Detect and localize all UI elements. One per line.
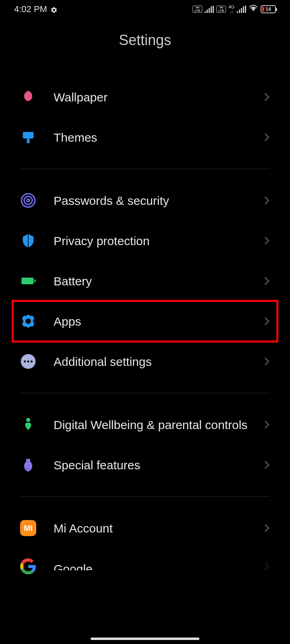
setting-item-security[interactable]: Passwords & security <box>20 180 270 221</box>
svg-point-14 <box>29 469 30 470</box>
more-dots-icon <box>20 353 36 369</box>
svg-rect-5 <box>21 278 33 285</box>
svg-rect-1 <box>27 138 30 143</box>
setting-label: Digital Wellbeing & parental controls <box>54 417 263 433</box>
divider <box>20 169 270 169</box>
svg-point-11 <box>31 361 33 363</box>
status-right: VoLTE VoLTE 4G ↓↑ 14 <box>193 4 276 14</box>
fingerprint-icon <box>20 192 36 208</box>
svg-rect-6 <box>34 280 35 283</box>
shield-icon <box>20 233 36 249</box>
chevron-right-icon <box>261 277 269 285</box>
chevron-right-icon <box>261 421 269 429</box>
home-indicator[interactable] <box>91 638 199 640</box>
svg-point-10 <box>27 361 29 363</box>
battery-icon: 14 <box>261 5 276 13</box>
setting-item-additional[interactable]: Additional settings <box>20 341 270 382</box>
chevron-right-icon <box>261 317 269 325</box>
setting-label: Google <box>54 562 263 570</box>
chevron-right-icon <box>261 524 269 532</box>
page-title: Settings <box>0 32 290 49</box>
setting-item-battery[interactable]: Battery <box>20 261 270 301</box>
setting-label: Additional settings <box>54 354 263 369</box>
tulip-icon <box>20 89 36 105</box>
svg-point-9 <box>24 361 26 363</box>
svg-point-3 <box>24 196 32 204</box>
google-logo-icon <box>20 558 36 574</box>
gear-decor-icon <box>20 313 36 329</box>
status-bar: 4:02 PM VoLTE VoLTE 4G ↓↑ 14 <box>0 0 290 18</box>
svg-rect-0 <box>23 132 34 139</box>
setting-item-mi-account[interactable]: MI Mi Account <box>20 508 270 548</box>
setting-item-themes[interactable]: Themes <box>20 117 270 157</box>
setting-label: Themes <box>54 130 263 145</box>
status-left: 4:02 PM <box>14 4 58 14</box>
flask-icon <box>20 457 36 473</box>
chevron-right-icon <box>261 133 269 141</box>
setting-label: Privacy protection <box>54 233 263 249</box>
setting-label: Apps <box>54 314 263 329</box>
gear-icon <box>50 6 58 13</box>
svg-point-7 <box>25 318 31 324</box>
divider <box>20 393 270 393</box>
volte-1-icon: VoLTE <box>193 6 202 13</box>
battery-icon <box>20 273 36 289</box>
chevron-right-icon <box>261 237 269 245</box>
mi-logo-icon: MI <box>20 520 36 536</box>
svg-point-4 <box>27 199 30 202</box>
setting-label: Wallpaper <box>54 89 263 105</box>
signal-2-icon <box>237 6 246 13</box>
settings-list: Wallpaper Themes Passwords & security Pr… <box>0 77 290 574</box>
chevron-right-icon <box>261 93 269 101</box>
network-type-icon: 4G ↓↑ <box>228 5 234 14</box>
setting-item-wellbeing[interactable]: Digital Wellbeing & parental controls <box>20 405 270 445</box>
chevron-right-icon <box>261 461 269 469</box>
svg-point-13 <box>26 468 27 469</box>
setting-item-special[interactable]: Special features <box>20 445 270 485</box>
status-time: 4:02 PM <box>14 4 47 14</box>
setting-item-apps[interactable]: Apps <box>13 301 277 341</box>
setting-item-wallpaper[interactable]: Wallpaper <box>20 77 270 117</box>
brush-icon <box>20 129 36 145</box>
setting-label: Special features <box>54 457 263 473</box>
wifi-icon <box>249 4 258 14</box>
setting-label: Battery <box>54 273 263 289</box>
chevron-right-icon <box>261 562 269 570</box>
chevron-right-icon <box>261 196 269 204</box>
setting-item-google[interactable]: Google <box>20 548 270 574</box>
person-heart-icon <box>20 417 36 433</box>
volte-2-icon: VoLTE <box>216 6 226 13</box>
setting-item-privacy[interactable]: Privacy protection <box>20 221 270 261</box>
divider <box>20 496 270 497</box>
svg-point-12 <box>26 418 30 422</box>
chevron-right-icon <box>261 357 269 365</box>
setting-label: Passwords & security <box>54 193 263 208</box>
signal-1-icon <box>205 6 214 13</box>
setting-label: Mi Account <box>54 520 263 536</box>
